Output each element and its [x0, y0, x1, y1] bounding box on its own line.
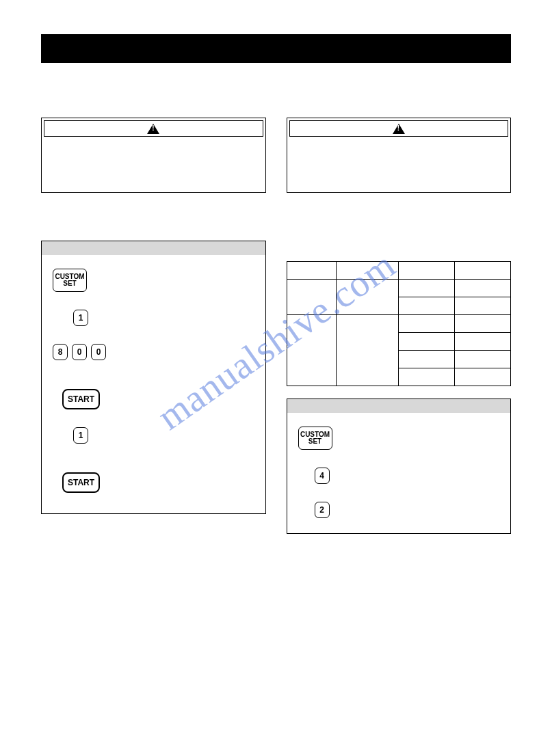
warning-icon [393, 124, 405, 134]
warning-icon [147, 124, 159, 134]
num-1-button-b[interactable]: 1 [73, 427, 88, 444]
start-button-b[interactable]: START [62, 472, 100, 493]
settings-table [287, 261, 512, 386]
num-8-button[interactable]: 8 [53, 344, 68, 360]
custom-set-button[interactable]: CUSTOM SET [53, 269, 87, 292]
num-0-button[interactable]: 0 [72, 344, 87, 360]
warning-header-right [289, 120, 509, 137]
procedure-panel-left: CUSTOM SET 1 8 0 0 START 1 [41, 241, 266, 514]
num-1-button[interactable]: 1 [73, 310, 88, 326]
procedure-panel-right: CUSTOM SET 4 2 [287, 399, 512, 534]
warning-box-left [41, 118, 266, 193]
table-row [287, 262, 511, 280]
procedure-header-right [287, 399, 511, 413]
warning-header-left [44, 120, 263, 137]
custom-set-button-b[interactable]: CUSTOM SET [298, 427, 332, 450]
num-0-button-b[interactable]: 0 [91, 344, 106, 360]
num-2-button[interactable]: 2 [315, 502, 330, 518]
num-4-button[interactable]: 4 [315, 468, 330, 484]
title-bar [41, 34, 511, 63]
warning-box-right [287, 118, 512, 193]
procedure-header-left [42, 241, 265, 255]
table-row [287, 315, 511, 333]
table-row [287, 280, 511, 297]
start-button[interactable]: START [62, 389, 100, 409]
